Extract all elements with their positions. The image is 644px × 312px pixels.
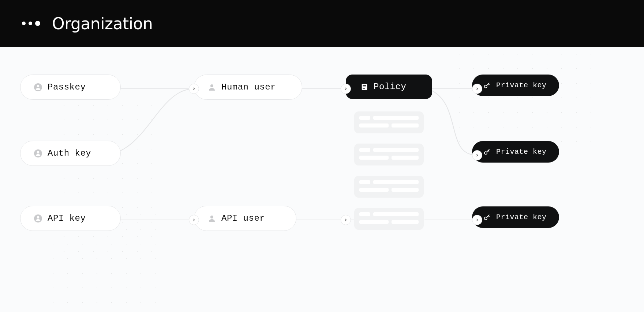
- person-badge-icon: [34, 214, 42, 223]
- node-label: Private key: [496, 213, 547, 221]
- svg-point-7: [210, 216, 213, 218]
- node-private-key: Private key: [472, 141, 559, 163]
- chevron-right-icon: [472, 215, 482, 225]
- chevron-right-icon: [189, 84, 199, 94]
- policy-card-placeholder: [354, 111, 424, 133]
- node-label: API user: [221, 213, 265, 223]
- svg-point-1: [37, 85, 40, 87]
- node-label: Private key: [496, 81, 547, 90]
- node-api-user: API user: [194, 206, 296, 231]
- chevron-right-icon: [341, 84, 351, 94]
- node-human-user: Human user: [194, 75, 302, 100]
- node-label: Policy: [374, 82, 406, 92]
- svg-point-14: [484, 217, 487, 220]
- node-private-key: Private key: [472, 206, 559, 228]
- svg-point-3: [37, 151, 40, 153]
- node-label: Passkey: [48, 82, 86, 92]
- svg-rect-11: [363, 88, 365, 88]
- chevron-right-icon: [472, 84, 482, 94]
- policy-card-placeholder: [354, 176, 424, 198]
- key-icon: [483, 213, 491, 221]
- node-policy: Policy: [346, 75, 432, 99]
- node-label: Auth key: [48, 148, 91, 158]
- document-icon: [360, 83, 368, 91]
- user-icon: [207, 83, 216, 92]
- grid-backdrop: [57, 98, 152, 255]
- page-title: Organization: [52, 14, 153, 33]
- person-badge-icon: [34, 83, 42, 92]
- key-icon: [483, 81, 491, 90]
- svg-point-12: [484, 85, 487, 88]
- chevron-right-icon: [189, 215, 199, 225]
- node-apikey: API key: [20, 206, 121, 231]
- policy-card-placeholder: [354, 208, 424, 230]
- node-label: API key: [48, 213, 86, 223]
- chevron-right-icon: [341, 215, 351, 225]
- traffic-lights-icon: [22, 21, 40, 26]
- svg-rect-10: [363, 87, 366, 87]
- svg-rect-9: [363, 85, 366, 86]
- user-icon: [207, 214, 216, 223]
- node-private-key: Private key: [472, 75, 559, 96]
- node-passkey: Passkey: [20, 75, 121, 100]
- node-label: Human user: [221, 82, 276, 92]
- chevron-right-icon: [472, 150, 482, 160]
- node-label: Private key: [496, 148, 547, 156]
- svg-point-13: [484, 152, 487, 154]
- key-icon: [483, 148, 491, 156]
- svg-point-6: [210, 84, 213, 87]
- svg-point-5: [37, 216, 40, 218]
- node-authkey: Auth key: [20, 141, 121, 166]
- header-bar: Organization: [0, 0, 644, 47]
- diagram-canvas: Passkey Auth key API key Human user API …: [0, 47, 644, 312]
- policy-card-placeholder: [354, 144, 424, 165]
- person-badge-icon: [34, 149, 42, 158]
